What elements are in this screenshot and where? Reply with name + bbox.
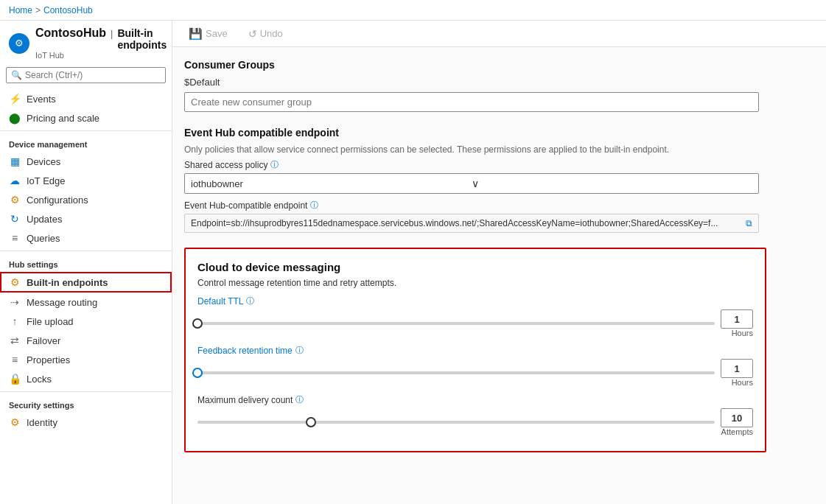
delivery-slider-handle[interactable] [306, 417, 316, 427]
sidebar-item-pricing[interactable]: ⬤ Pricing and scale [0, 108, 172, 127]
ttl-slider-track[interactable] [197, 322, 715, 325]
select-arrow-icon: ∨ [472, 178, 752, 189]
consumer-groups-title: Consumer Groups [184, 59, 814, 71]
delivery-label-text: Maximum delivery count [197, 395, 293, 405]
ttl-value: 1 [734, 314, 739, 325]
main-container: ⚙ ContosoHub | Built-in endpoints 📌 ··· … [0, 21, 826, 504]
delivery-value-unit: 10 Attempts [721, 408, 753, 436]
toolbar: 💾 Save ↺ Undo [172, 21, 826, 47]
search-input[interactable] [25, 70, 161, 80]
delivery-value: 10 [732, 413, 742, 424]
sidebar-item-devices[interactable]: ▦ Devices [0, 152, 172, 171]
pricing-label: Pricing and scale [27, 113, 99, 124]
sidebar-item-message-routing[interactable]: ⇢ Message routing [0, 293, 172, 312]
policy-label-text: Shared access policy [184, 160, 267, 170]
file-upload-label: File upload [27, 316, 74, 327]
sidebar-item-locks[interactable]: 🔒 Locks [0, 369, 172, 388]
message-routing-label: Message routing [27, 297, 97, 308]
hub-settings-label: Hub settings [0, 254, 172, 272]
search-box[interactable]: 🔍 [6, 67, 166, 83]
cloud-messaging-title: Cloud to device messaging [197, 261, 753, 273]
sidebar-item-updates[interactable]: ↻ Updates [0, 209, 172, 228]
pricing-icon: ⬤ [9, 112, 21, 124]
properties-icon: ≡ [9, 354, 21, 365]
create-consumer-group-input[interactable] [184, 92, 759, 112]
sidebar-item-iot-edge[interactable]: ☁ IoT Edge [0, 171, 172, 190]
configurations-label: Configurations [27, 195, 88, 206]
feedback-slider-handle[interactable] [192, 368, 203, 378]
undo-icon: ↺ [248, 28, 257, 40]
policy-value: iothubowner [191, 178, 472, 189]
built-in-endpoints-icon: ⚙ [9, 276, 21, 288]
feedback-slider-track[interactable] [197, 371, 715, 374]
delivery-slider-track[interactable] [197, 421, 715, 424]
iot-edge-label: IoT Edge [27, 175, 66, 186]
ttl-label: Default TTL ⓘ [197, 295, 753, 307]
event-hub-section: Event Hub compatible endpoint Only polic… [184, 127, 814, 233]
search-icon: 🔍 [11, 70, 22, 80]
delivery-label: Maximum delivery count ⓘ [197, 394, 753, 405]
events-icon: ⚡ [9, 93, 21, 105]
ttl-slider-row: Default TTL ⓘ 1 Hours [197, 295, 753, 337]
events-label: Events [27, 94, 56, 105]
hub-page-title: Built-in endpoints [117, 27, 167, 51]
endpoint-text: Endpoint=sb://ihsuprodbyres115dednamespa… [191, 218, 741, 228]
save-button[interactable]: 💾 Save [184, 24, 232, 43]
event-hub-desc: Only policies that allow service connect… [184, 144, 814, 155]
default-group-value: $Default [184, 77, 814, 88]
policy-info-icon[interactable]: ⓘ [270, 159, 279, 170]
ttl-value-unit: 1 Hours [721, 309, 753, 337]
page-content: Consumer Groups $Default Event Hub compa… [172, 47, 826, 504]
delivery-value-box[interactable]: 10 [721, 408, 753, 427]
feedback-unit: Hours [732, 378, 753, 387]
hub-subtitle: IoT Hub [35, 51, 172, 60]
security-settings-label: Security settings [0, 395, 172, 413]
ttl-value-box[interactable]: 1 [721, 309, 753, 329]
hub-title-block: ContosoHub | Built-in endpoints 📌 ··· Io… [35, 27, 172, 60]
event-hub-title: Event Hub compatible endpoint [184, 127, 814, 139]
sidebar-item-identity[interactable]: ⚙ Identity [0, 413, 172, 432]
undo-button[interactable]: ↺ Undo [244, 25, 287, 43]
sidebar-item-queries[interactable]: ≡ Queries [0, 228, 172, 248]
divider-3 [0, 391, 172, 392]
content-area: 💾 Save ↺ Undo Consumer Groups $Default E… [172, 21, 826, 504]
delivery-info-icon[interactable]: ⓘ [295, 394, 304, 405]
ttl-unit: Hours [732, 329, 753, 337]
breadcrumb-home[interactable]: Home [9, 5, 32, 15]
save-icon: 💾 [189, 27, 203, 41]
policy-label: Shared access policy ⓘ [184, 159, 814, 170]
identity-label: Identity [27, 417, 57, 428]
endpoint-value-box: Endpoint=sb://ihsuprodbyres115dednamespa… [184, 214, 759, 233]
feedback-info-icon[interactable]: ⓘ [295, 345, 304, 356]
sidebar-item-file-upload[interactable]: ↑ File upload [0, 312, 172, 331]
sidebar-item-configurations[interactable]: ⚙ Configurations [0, 190, 172, 209]
devices-icon: ▦ [9, 155, 21, 167]
ttl-slider-container: 1 Hours [197, 309, 753, 337]
feedback-value-unit: 1 Hours [721, 359, 753, 387]
feedback-slider-container: 1 Hours [197, 359, 753, 387]
sidebar-item-built-in-endpoints[interactable]: ⚙ Built-in endpoints [0, 272, 172, 293]
feedback-value-box[interactable]: 1 [721, 359, 753, 378]
sidebar-item-events[interactable]: ⚡ Events [0, 89, 172, 108]
undo-label: Undo [260, 28, 283, 39]
breadcrumb-current[interactable]: ContosoHub [43, 5, 93, 15]
failover-icon: ⇄ [9, 335, 21, 346]
iot-edge-icon: ☁ [9, 175, 21, 186]
top-bar: Home > ContosoHub [0, 0, 826, 21]
devices-label: Devices [27, 156, 60, 167]
locks-icon: 🔒 [9, 373, 21, 385]
ttl-slider-handle[interactable] [192, 318, 203, 329]
identity-icon: ⚙ [9, 416, 21, 428]
sidebar-item-failover[interactable]: ⇄ Failover [0, 331, 172, 350]
divider-2 [0, 251, 172, 251]
endpoint-info-icon[interactable]: ⓘ [310, 200, 318, 211]
message-routing-icon: ⇢ [9, 296, 21, 308]
policy-select[interactable]: iothubowner ∨ [184, 173, 759, 194]
hub-name: ContosoHub [35, 27, 106, 40]
ttl-info-icon[interactable]: ⓘ [246, 295, 254, 307]
delivery-slider-container: 10 Attempts [197, 408, 753, 436]
sidebar-item-properties[interactable]: ≡ Properties [0, 350, 172, 369]
ttl-label-text: Default TTL [197, 296, 243, 307]
copy-icon[interactable]: ⧉ [746, 218, 752, 228]
failover-label: Failover [27, 335, 60, 346]
